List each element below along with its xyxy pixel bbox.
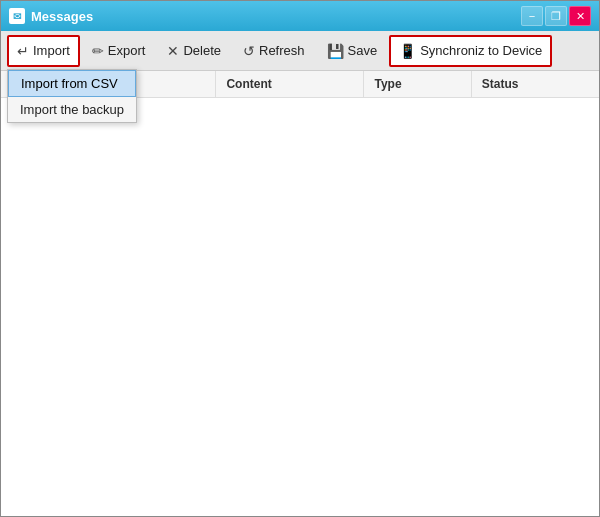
import-csv-item[interactable]: Import from CSV xyxy=(8,70,136,97)
title-bar-controls: − ❐ ✕ xyxy=(521,6,591,26)
delete-button[interactable]: ✕ Delete xyxy=(157,35,231,67)
window-title: Messages xyxy=(31,9,93,24)
col-type: Type xyxy=(364,71,471,98)
sync-button[interactable]: 📱 Synchroniz to Device xyxy=(389,35,552,67)
save-icon: 💾 xyxy=(327,43,344,59)
col-content: Content xyxy=(216,71,364,98)
save-button[interactable]: 💾 Save xyxy=(317,35,388,67)
title-bar-left: ✉ Messages xyxy=(9,8,93,24)
export-label: Export xyxy=(108,43,146,58)
export-button[interactable]: ✏ Export xyxy=(82,35,156,67)
export-icon: ✏ xyxy=(92,43,104,59)
window-icon: ✉ xyxy=(9,8,25,24)
table-container: Created Time Content Type Status xyxy=(1,71,599,516)
messages-window: ✉ Messages − ❐ ✕ ↵ Import ✏ Export ✕ Del… xyxy=(0,0,600,517)
import-button[interactable]: ↵ Import xyxy=(7,35,80,67)
import-label: Import xyxy=(33,43,70,58)
col-status: Status xyxy=(471,71,599,98)
close-button[interactable]: ✕ xyxy=(569,6,591,26)
toolbar: ↵ Import ✏ Export ✕ Delete ↺ Refresh 💾 S… xyxy=(1,31,599,71)
minimize-button[interactable]: − xyxy=(521,6,543,26)
sync-icon: 📱 xyxy=(399,43,416,59)
delete-icon: ✕ xyxy=(167,43,179,59)
refresh-label: Refresh xyxy=(259,43,305,58)
import-dropdown: Import from CSV Import the backup xyxy=(7,69,137,123)
refresh-button[interactable]: ↺ Refresh xyxy=(233,35,315,67)
title-bar: ✉ Messages − ❐ ✕ xyxy=(1,1,599,31)
save-label: Save xyxy=(348,43,378,58)
sync-label: Synchroniz to Device xyxy=(420,43,542,58)
refresh-icon: ↺ xyxy=(243,43,255,59)
import-backup-item[interactable]: Import the backup xyxy=(8,97,136,122)
delete-label: Delete xyxy=(183,43,221,58)
import-icon: ↵ xyxy=(17,43,29,59)
restore-button[interactable]: ❐ xyxy=(545,6,567,26)
